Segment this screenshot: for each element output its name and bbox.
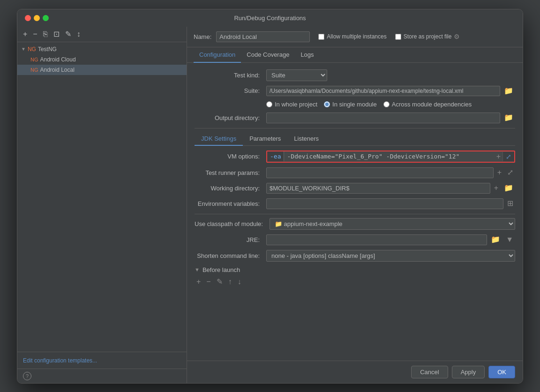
before-launch-section: ▼ Before launch + − ✎ ↑ ↓ bbox=[195, 266, 515, 286]
vm-options-row: VM options: -ea + ⤢ bbox=[195, 151, 515, 163]
sub-tabs: JDK Settings Parameters Listeners bbox=[195, 132, 515, 146]
env-vars-edit-icon[interactable]: ⊞ bbox=[505, 199, 515, 208]
jre-control: 📁 ▼ bbox=[266, 234, 515, 245]
suite-row: Suite: 📁 bbox=[195, 86, 515, 96]
close-button[interactable] bbox=[25, 15, 31, 21]
before-launch-edit-button[interactable]: ✎ bbox=[215, 277, 225, 286]
header-row: Name: Allow multiple instances Store as … bbox=[187, 27, 523, 47]
working-dir-row: Working directory: + 📁 bbox=[195, 183, 515, 194]
working-dir-folder-icon[interactable]: 📁 bbox=[502, 183, 515, 193]
allow-multiple-group: Allow multiple instances bbox=[318, 33, 386, 40]
tree-item-android-cloud[interactable]: NG Android Cloud bbox=[17, 54, 187, 65]
vm-options-label: VM options: bbox=[195, 153, 262, 160]
divider-1 bbox=[195, 128, 515, 128]
classpath-control: 📁 appium-next-example bbox=[270, 218, 515, 230]
store-as-project-checkbox[interactable] bbox=[395, 34, 401, 40]
store-as-project-group: Store as project file ⚙ bbox=[395, 33, 460, 40]
suite-input[interactable] bbox=[266, 86, 500, 96]
copy-config-button[interactable]: ⎘ bbox=[41, 30, 50, 39]
sidebar-toolbar: + − ⎘ ⊡ ✎ ↕ bbox=[17, 27, 187, 42]
before-launch-collapse-icon[interactable]: ▼ bbox=[195, 267, 200, 272]
name-input[interactable] bbox=[216, 31, 310, 42]
working-dir-add-icon[interactable]: + bbox=[492, 183, 500, 193]
working-dir-input[interactable] bbox=[266, 183, 490, 194]
shorten-cmd-row: Shorten command line: none - java [optio… bbox=[195, 250, 515, 262]
scope-row: In whole project In single module Across… bbox=[195, 101, 515, 108]
before-launch-header: ▼ Before launch bbox=[195, 266, 515, 273]
output-dir-control: 📁 bbox=[266, 113, 515, 123]
remove-config-button[interactable]: − bbox=[31, 30, 39, 39]
minimize-button[interactable] bbox=[34, 15, 40, 21]
radio-whole-project-label: In whole project bbox=[275, 101, 317, 108]
footer: Cancel Apply OK bbox=[187, 361, 523, 383]
working-dir-label: Working directory: bbox=[195, 185, 262, 192]
sidebar-tree: ▼ NG TestNG NG Android Cloud NG Android … bbox=[17, 42, 187, 352]
classpath-select[interactable]: 📁 appium-next-example bbox=[270, 218, 515, 230]
apply-button[interactable]: Apply bbox=[452, 366, 485, 378]
test-runner-params-row: Test runner params: + ⤢ bbox=[195, 167, 515, 178]
jre-folder-icon[interactable]: 📁 bbox=[489, 235, 502, 244]
tab-configuration[interactable]: Configuration bbox=[194, 47, 241, 63]
sidebar: + − ⎘ ⊡ ✎ ↕ ▼ NG TestNG NG Android Cloud bbox=[17, 27, 187, 383]
vm-expand-icon[interactable]: ⤢ bbox=[502, 152, 514, 161]
sidebar-footer: Edit configuration templates... bbox=[17, 352, 187, 369]
env-vars-row: Environment variables: ⊞ bbox=[195, 198, 515, 209]
radio-single-module: In single module bbox=[324, 101, 377, 108]
tab-code-coverage[interactable]: Code Coverage bbox=[241, 47, 295, 63]
sort-config-button[interactable]: ↕ bbox=[75, 30, 82, 39]
before-launch-up-button[interactable]: ↑ bbox=[226, 277, 234, 286]
classpath-row: Use classpath of module: 📁 appium-next-e… bbox=[195, 218, 515, 230]
ok-button[interactable]: OK bbox=[488, 366, 515, 378]
test-runner-params-input[interactable] bbox=[266, 167, 494, 178]
add-config-button[interactable]: + bbox=[21, 30, 29, 39]
sub-tab-listeners[interactable]: Listeners bbox=[287, 132, 325, 146]
jre-row: JRE: 📁 ▼ bbox=[195, 234, 515, 245]
tree-group-label: TestNG bbox=[38, 46, 57, 53]
right-panel: Name: Allow multiple instances Store as … bbox=[187, 27, 523, 383]
jre-dropdown-icon[interactable]: ▼ bbox=[504, 235, 515, 244]
env-vars-input[interactable] bbox=[266, 198, 503, 209]
tree-arrow-icon: ▼ bbox=[21, 46, 26, 52]
suite-folder-icon[interactable]: 📁 bbox=[502, 86, 515, 96]
vm-options-control: -ea + ⤢ bbox=[266, 151, 515, 163]
test-kind-select[interactable]: Suite bbox=[266, 69, 327, 81]
sub-tab-parameters[interactable]: Parameters bbox=[243, 132, 287, 146]
test-runner-expand-icon[interactable]: ⤢ bbox=[505, 168, 515, 177]
cancel-button[interactable]: Cancel bbox=[411, 366, 448, 378]
before-launch-add-button[interactable]: + bbox=[195, 277, 202, 286]
edit-config-templates-link[interactable]: Edit configuration templates... bbox=[23, 357, 97, 364]
jre-input[interactable] bbox=[266, 234, 487, 245]
radio-across-modules-label: Across module dependencies bbox=[392, 101, 472, 108]
output-dir-input[interactable] bbox=[266, 113, 500, 123]
title-bar: Run/Debug Configurations bbox=[17, 9, 523, 27]
sub-tab-jdk-settings[interactable]: JDK Settings bbox=[195, 132, 243, 146]
save-config-button[interactable]: ⊡ bbox=[52, 30, 61, 39]
shorten-cmd-select[interactable]: none - java [options] className [args] bbox=[266, 250, 515, 262]
tab-logs[interactable]: Logs bbox=[295, 47, 319, 63]
test-kind-label: Test kind: bbox=[195, 72, 262, 79]
test-runner-add-icon[interactable]: + bbox=[495, 168, 503, 177]
tree-item-label: Android Local bbox=[40, 67, 75, 73]
before-launch-down-button[interactable]: ↓ bbox=[236, 277, 243, 286]
vm-input[interactable] bbox=[284, 151, 494, 161]
main-content: + − ⎘ ⊡ ✎ ↕ ▼ NG TestNG NG Android Cloud bbox=[17, 27, 523, 383]
tree-item-android-local[interactable]: NG Android Local bbox=[17, 65, 187, 75]
radio-whole-project-input[interactable] bbox=[266, 101, 272, 107]
android-local-icon: NG bbox=[30, 67, 38, 73]
jre-label: JRE: bbox=[195, 236, 262, 243]
radio-across-modules-input[interactable] bbox=[383, 101, 390, 107]
allow-multiple-checkbox[interactable] bbox=[318, 34, 324, 40]
tree-group-testng[interactable]: ▼ NG TestNG bbox=[17, 44, 187, 54]
help-icon[interactable]: ? bbox=[23, 372, 31, 380]
form-content: Test kind: Suite Suite: 📁 bbox=[187, 63, 523, 361]
vm-add-icon[interactable]: + bbox=[495, 151, 502, 162]
maximize-button[interactable] bbox=[43, 15, 49, 21]
radio-single-module-input[interactable] bbox=[324, 101, 330, 107]
output-dir-folder-icon[interactable]: 📁 bbox=[502, 113, 515, 122]
radio-single-module-label: In single module bbox=[332, 101, 377, 108]
name-label: Name: bbox=[194, 33, 211, 40]
edit-config-button[interactable]: ✎ bbox=[63, 30, 73, 39]
test-kind-control: Suite bbox=[266, 69, 515, 81]
store-project-gear-icon[interactable]: ⚙ bbox=[454, 33, 460, 40]
before-launch-remove-button[interactable]: − bbox=[204, 277, 212, 286]
